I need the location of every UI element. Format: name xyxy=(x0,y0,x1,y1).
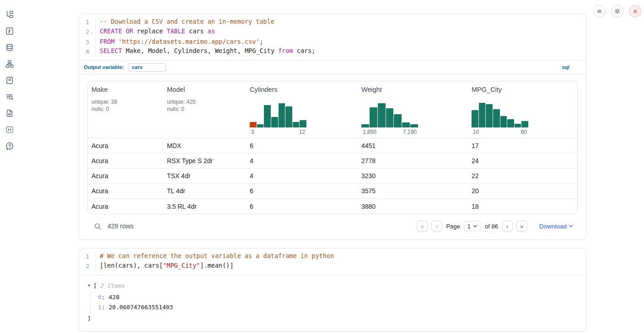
search-list-icon[interactable] xyxy=(5,93,14,101)
file-text-icon[interactable] xyxy=(5,109,14,117)
histogram-bar[interactable] xyxy=(264,105,271,127)
column-stats: unique: 425nulls: 0 xyxy=(167,98,242,113)
download-button[interactable]: Download xyxy=(539,223,573,230)
table-cell[interactable]: TL 4dr xyxy=(163,187,246,195)
histogram-bar[interactable] xyxy=(515,124,521,127)
histogram-bar[interactable] xyxy=(402,122,410,127)
code-line[interactable]: 2[len(cars), cars["MPG_City"].mean()] xyxy=(79,261,586,271)
code-snippet-icon[interactable] xyxy=(5,126,14,134)
next-page-button[interactable]: › xyxy=(502,221,513,232)
column-name[interactable]: Cylinders xyxy=(250,86,354,93)
table-cell[interactable]: 24 xyxy=(468,157,577,164)
histogram-bar[interactable] xyxy=(500,116,507,127)
sql-code-editor[interactable]: 1-- Download a CSV and create an in-memo… xyxy=(79,14,586,60)
histogram-bar[interactable] xyxy=(293,122,300,127)
python-code-editor[interactable]: 1# We can reference the output variable … xyxy=(79,248,586,275)
histogram-bar[interactable] xyxy=(493,109,500,127)
last-page-button[interactable]: » xyxy=(516,221,527,232)
column-stats: unique: 38nulls: 0 xyxy=(91,98,160,113)
settings-button[interactable] xyxy=(611,5,623,17)
table-cell[interactable]: 6 xyxy=(246,203,358,210)
column-header-weight[interactable]: Weight1,8507,190 xyxy=(358,81,468,138)
table-row[interactable]: AcuraMDX6445117 xyxy=(88,138,577,153)
column-header-model[interactable]: Modelunique: 425nulls: 0 xyxy=(163,81,246,138)
chevron-down-icon xyxy=(473,224,478,228)
prev-page-button[interactable]: ‹ xyxy=(431,221,442,232)
histogram-bars xyxy=(361,102,418,127)
shutdown-button[interactable] xyxy=(629,5,641,17)
function-square-icon[interactable] xyxy=(5,27,14,35)
dependency-graph-icon[interactable] xyxy=(5,60,14,68)
histogram-bar[interactable] xyxy=(378,103,386,127)
table-cell[interactable]: 6 xyxy=(246,142,358,149)
histogram-bar[interactable] xyxy=(370,107,377,127)
file-tree-icon[interactable] xyxy=(5,11,14,19)
column-histogram[interactable]: 1,8507,190 xyxy=(361,102,464,135)
table-cell[interactable]: 17 xyxy=(468,142,577,149)
table-cell[interactable]: 3880 xyxy=(358,203,468,210)
code-line[interactable]: 4SELECT Make, Model, Cylinders, Weight, … xyxy=(79,47,586,56)
column-name[interactable]: Weight xyxy=(361,86,464,93)
column-header-mpg_city[interactable]: MPG_City1060 xyxy=(468,81,577,138)
table-cell[interactable]: 18 xyxy=(468,203,577,210)
table-cell[interactable]: TSX 4dr xyxy=(163,172,246,180)
table-cell[interactable]: RSX Type S 2dr xyxy=(163,157,246,164)
table-cell[interactable]: 4 xyxy=(246,172,358,180)
table-cell[interactable]: 2778 xyxy=(358,157,468,164)
histogram-bar[interactable] xyxy=(279,103,285,127)
table-cell[interactable]: 6 xyxy=(246,187,358,195)
column-header-make[interactable]: Makeunique: 38nulls: 0 xyxy=(88,81,163,138)
table-cell[interactable]: 4451 xyxy=(358,142,468,149)
histogram-bar[interactable] xyxy=(285,106,292,127)
search-icon[interactable] xyxy=(94,222,102,230)
column-header-cylinders[interactable]: Cylinders312 xyxy=(246,81,358,138)
histogram-bar[interactable] xyxy=(507,119,514,127)
histogram-bar[interactable] xyxy=(394,114,402,127)
histogram-bar[interactable] xyxy=(271,117,278,128)
scroll-icon[interactable] xyxy=(5,76,14,85)
table-cell[interactable]: 3.5 RL 4dr xyxy=(163,203,246,210)
collapse-caret-icon[interactable]: ⏷ xyxy=(87,283,93,288)
histogram-bar[interactable] xyxy=(361,124,369,127)
table-row[interactable]: AcuraTSX 4dr4323022 xyxy=(88,169,577,184)
code-line[interactable]: 2⌄CREATE OR replace TABLE cars as xyxy=(79,27,586,37)
histogram-bar[interactable] xyxy=(486,104,493,128)
table-cell[interactable]: Acura xyxy=(88,172,163,180)
table-cell[interactable]: 4 xyxy=(246,157,358,164)
histogram-bar[interactable] xyxy=(257,124,264,127)
histogram-bar[interactable] xyxy=(300,120,306,127)
column-histogram[interactable]: 1060 xyxy=(472,102,574,135)
histogram-bar[interactable] xyxy=(386,108,394,128)
table-cell[interactable]: 22 xyxy=(468,172,577,180)
column-histogram[interactable]: 312 xyxy=(250,102,354,135)
column-name[interactable]: Model xyxy=(167,86,242,93)
code-line[interactable]: 3FROM 'https://datasets.marimo.app/cars.… xyxy=(79,37,586,47)
database-icon[interactable] xyxy=(5,43,14,52)
code-line[interactable]: 1-- Download a CSV and create an in-memo… xyxy=(79,17,586,27)
table-row[interactable]: AcuraRSX Type S 2dr4277824 xyxy=(88,153,577,169)
table-cell[interactable]: 3230 xyxy=(358,172,468,180)
menu-button[interactable] xyxy=(593,5,606,17)
table-row[interactable]: AcuraTL 4dr6357520 xyxy=(88,184,577,199)
table-cell[interactable]: Acura xyxy=(88,187,163,195)
page-select[interactable]: 1 xyxy=(464,221,481,231)
table-cell[interactable]: MDX xyxy=(163,142,246,149)
fold-chevron-icon[interactable]: ⌄ xyxy=(89,27,95,37)
table-cell[interactable]: 20 xyxy=(468,187,577,195)
column-name[interactable]: Make xyxy=(91,86,160,93)
column-name[interactable]: MPG_City xyxy=(472,86,574,93)
table-cell[interactable]: Acura xyxy=(88,203,163,210)
first-page-button[interactable]: « xyxy=(417,221,428,232)
table-cell[interactable]: Acura xyxy=(88,142,163,149)
help-chat-icon[interactable] xyxy=(5,142,14,150)
table-cell[interactable]: Acura xyxy=(88,157,163,164)
output-variable-input[interactable] xyxy=(128,63,166,72)
histogram-bar[interactable] xyxy=(410,124,418,127)
histogram-bar[interactable] xyxy=(472,110,478,127)
histogram-bar[interactable] xyxy=(521,121,528,127)
code-line[interactable]: 1# We can reference the output variable … xyxy=(79,252,586,261)
table-row[interactable]: Acura3.5 RL 4dr6388018 xyxy=(88,199,577,214)
histogram-bar[interactable] xyxy=(250,122,257,127)
histogram-bar[interactable] xyxy=(479,103,486,127)
table-cell[interactable]: 3575 xyxy=(358,187,468,195)
